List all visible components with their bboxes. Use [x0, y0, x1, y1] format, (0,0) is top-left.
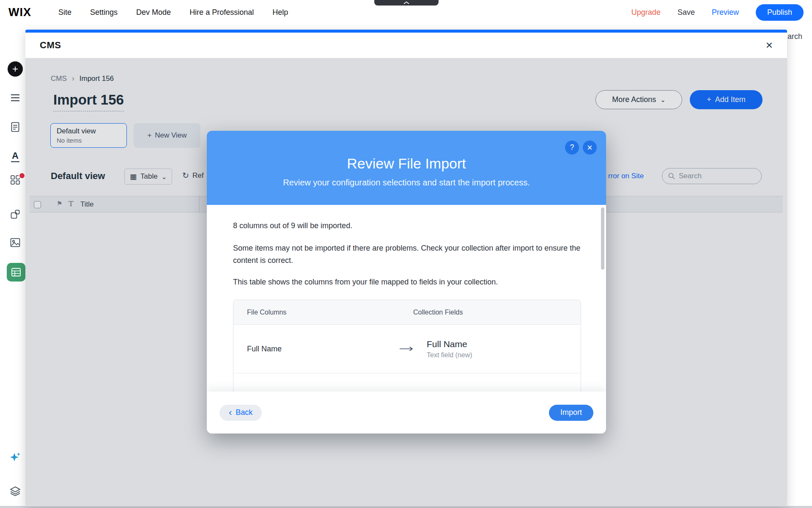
- refresh-button[interactable]: ↻ Ref: [182, 171, 203, 180]
- preview-link[interactable]: Preview: [712, 8, 739, 17]
- chevron-right-icon: ›: [72, 74, 74, 83]
- add-elements-button[interactable]: +: [8, 61, 23, 77]
- topbar-actions: Upgrade Save Preview Publish: [631, 4, 804, 21]
- add-item-button[interactable]: + Add Item: [690, 90, 763, 109]
- plus-icon: +: [8, 61, 23, 77]
- collection-title[interactable]: Import 156: [53, 92, 124, 111]
- column-divider: [199, 196, 200, 212]
- text-field-type-icon: T: [69, 199, 73, 208]
- plugin-icon: [10, 209, 20, 219]
- cms-panel-header: CMS ×: [25, 33, 787, 58]
- refresh-icon: ↻: [182, 171, 189, 180]
- editor-screen: WIX Site Settings Dev Mode Hire a Profes…: [0, 0, 812, 508]
- add-item-label: Add Item: [715, 95, 746, 104]
- layout-dropdown[interactable]: ▦ Table ⌄: [124, 168, 172, 185]
- ai-assistant-button[interactable]: [9, 451, 22, 464]
- modal-header-actions: ? ×: [565, 141, 597, 155]
- menu-icon: [10, 94, 20, 102]
- cms-panel-title: CMS: [40, 40, 61, 51]
- new-view-button[interactable]: + New View: [134, 123, 200, 148]
- import-summary-text: 8 columns out of 9 will be imported.: [233, 220, 581, 232]
- file-columns-header: File Columns: [233, 309, 413, 316]
- modal-title: Review File Import: [207, 131, 606, 172]
- upgrade-link[interactable]: Upgrade: [631, 8, 661, 17]
- page-icon: [11, 122, 19, 132]
- view-tab-sublabel: No items: [57, 137, 121, 144]
- search-fragment[interactable]: arch: [787, 32, 802, 41]
- breadcrumb-current: Import 156: [80, 75, 114, 83]
- close-icon[interactable]: ×: [583, 141, 597, 155]
- select-all-checkbox[interactable]: [34, 201, 41, 208]
- import-warning-text: Some items may not be imported if there …: [233, 242, 581, 267]
- plus-icon: +: [707, 95, 711, 104]
- collection-search[interactable]: [662, 168, 762, 184]
- site-menu-button[interactable]: [10, 94, 20, 102]
- modal-footer: ‹ Back Import: [207, 392, 606, 433]
- panel-accent-bar: [25, 30, 787, 33]
- text-styles-icon: A: [11, 150, 19, 162]
- menu-item-hire-a-professional[interactable]: Hire a Professional: [189, 8, 254, 17]
- modal-header: Review File Import Review your configura…: [207, 131, 606, 205]
- more-actions-button[interactable]: More Actions ⌄: [595, 90, 682, 109]
- tab-default-view[interactable]: Default view No items: [50, 123, 127, 148]
- mapping-table-header: File Columns Collection Fields: [233, 300, 581, 325]
- layers-icon: [10, 486, 21, 496]
- import-button[interactable]: Import: [549, 405, 593, 421]
- back-label: Back: [236, 408, 252, 417]
- flag-icon: ⚑: [57, 200, 62, 207]
- back-button[interactable]: ‹ Back: [219, 405, 262, 421]
- pages-button[interactable]: [11, 122, 19, 132]
- site-styles-button[interactable]: A: [11, 150, 19, 161]
- layers-button[interactable]: [10, 486, 21, 496]
- modal-body: 8 columns out of 9 will be imported. Som…: [207, 205, 606, 392]
- save-link[interactable]: Save: [678, 8, 695, 17]
- mapping-row: Record ID Do not import: [233, 373, 581, 392]
- review-file-import-modal: Review File Import Review your configura…: [207, 131, 606, 433]
- collection-fields-header: Collection Fields: [413, 309, 463, 316]
- collection-field-cell: Full Name Text field (new): [427, 339, 472, 359]
- column-header-title[interactable]: Title: [80, 200, 94, 209]
- view-tab-label: Default view: [57, 127, 121, 135]
- wix-logo[interactable]: WIX: [8, 6, 31, 19]
- search-input[interactable]: [679, 172, 746, 180]
- plus-icon: +: [147, 131, 151, 140]
- breadcrumb: CMS › Import 156: [51, 74, 114, 83]
- help-icon[interactable]: ?: [565, 141, 579, 155]
- layout-label: Table: [140, 172, 158, 181]
- chevron-up-icon: [403, 1, 409, 4]
- notification-badge: [19, 172, 25, 179]
- table-layout-icon: ▦: [130, 172, 137, 181]
- cms-button-active[interactable]: [7, 263, 25, 282]
- plugins-button[interactable]: [10, 209, 20, 219]
- file-column-name: Full Name: [233, 345, 400, 353]
- breadcrumb-root[interactable]: CMS: [51, 75, 67, 83]
- site-action-fragment[interactable]: rror on Site: [608, 172, 644, 180]
- more-actions-label: More Actions: [612, 95, 656, 104]
- current-view-name: Default view: [51, 171, 105, 182]
- modal-subtitle: Review your configuration selections and…: [207, 178, 606, 188]
- arrow-right-icon: [400, 346, 427, 351]
- refresh-label-fragment: Ref: [192, 171, 203, 180]
- collection-field-name: Full Name: [427, 339, 472, 349]
- media-button[interactable]: [10, 238, 20, 247]
- editor-sidebar: + A: [0, 25, 25, 506]
- mapping-table: File Columns Collection Fields Full Name…: [233, 300, 581, 392]
- topbar-collapse-handle[interactable]: [374, 0, 439, 6]
- modal-scrollbar[interactable]: [601, 207, 604, 270]
- menu-item-site[interactable]: Site: [58, 8, 71, 17]
- new-view-label: New View: [155, 131, 187, 140]
- ai-sparkle-icon: [9, 451, 22, 464]
- menu-item-settings[interactable]: Settings: [90, 8, 118, 17]
- chevron-left-icon: ‹: [229, 408, 232, 417]
- menu-item-dev-mode[interactable]: Dev Mode: [136, 8, 171, 17]
- close-icon[interactable]: ×: [766, 39, 773, 51]
- chevron-down-icon: ⌄: [660, 97, 666, 103]
- menu-item-help[interactable]: Help: [272, 8, 288, 17]
- app-market-button[interactable]: [10, 175, 20, 185]
- topbar-menu: Site Settings Dev Mode Hire a Profession…: [58, 8, 288, 17]
- search-icon: [668, 173, 675, 179]
- publish-button[interactable]: Publish: [756, 4, 804, 21]
- database-grid-icon: [11, 267, 21, 277]
- mapping-row: Full Name Full Name Text field (new): [233, 325, 581, 373]
- image-icon: [10, 238, 20, 247]
